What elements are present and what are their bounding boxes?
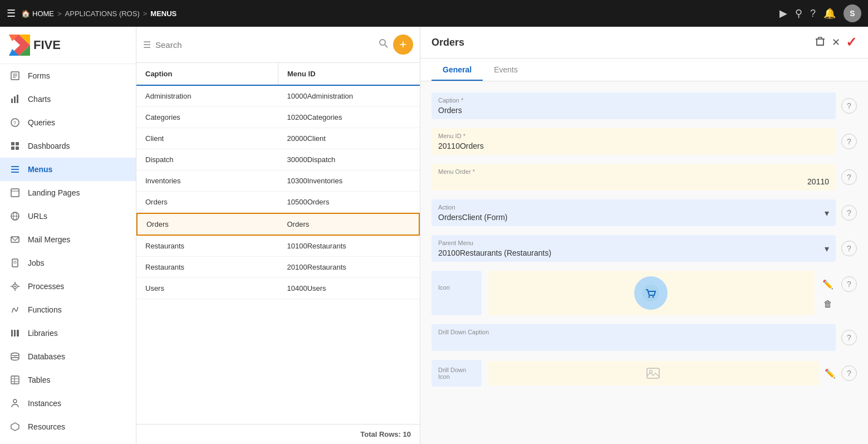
parent-menu-field-container: Parent Menu 20100Restaurants (Restaurant… bbox=[431, 235, 836, 262]
close-button[interactable]: ✕ bbox=[832, 36, 840, 48]
search-icon[interactable]: ⚲ bbox=[795, 7, 802, 19]
sidebar-label-landing-pages: Landing Pages bbox=[28, 188, 80, 197]
delete-button[interactable] bbox=[814, 35, 826, 50]
processes-icon bbox=[9, 280, 21, 292]
table-body: Administration 10000Administration Categ… bbox=[136, 86, 420, 424]
icon-edit-button[interactable]: ✏️ bbox=[820, 276, 836, 292]
row-caption: Orders bbox=[136, 192, 278, 212]
sidebar-item-documents[interactable]: Documents bbox=[0, 438, 136, 444]
menu-order-field-row: Menu Order * ? bbox=[431, 164, 857, 191]
menu-order-help-icon[interactable]: ? bbox=[841, 169, 857, 185]
sidebar-label-mail-merges: Mail Merges bbox=[28, 235, 70, 244]
sidebar-item-instances[interactable]: Instances bbox=[0, 392, 136, 415]
sidebar-item-landing-pages[interactable]: Landing Pages bbox=[0, 181, 136, 204]
action-help-icon[interactable]: ? bbox=[841, 205, 857, 221]
sidebar-item-charts[interactable]: Charts bbox=[0, 87, 136, 111]
sidebar-item-databases[interactable]: Databases bbox=[0, 345, 136, 368]
hamburger-icon[interactable]: ☰ bbox=[7, 7, 16, 19]
play-icon[interactable]: ▶ bbox=[779, 7, 787, 19]
icon-help-icon[interactable]: ? bbox=[841, 276, 857, 292]
sidebar-item-libraries[interactable]: Libraries bbox=[0, 321, 136, 345]
sidebar-label-functions: Functions bbox=[28, 305, 62, 314]
tab-events[interactable]: Events bbox=[483, 58, 529, 81]
sidebar-label-menus: Menus bbox=[28, 165, 52, 174]
sidebar-item-urls[interactable]: URLs bbox=[0, 204, 136, 228]
urls-icon bbox=[9, 210, 21, 222]
table-row-selected[interactable]: Orders Orders bbox=[136, 213, 420, 236]
sidebar-item-functions[interactable]: Functions bbox=[0, 298, 136, 321]
drill-down-icon-edit-button[interactable]: ✏️ bbox=[825, 368, 836, 379]
svg-point-42 bbox=[11, 358, 19, 360]
drill-down-caption-help-icon[interactable]: ? bbox=[841, 330, 857, 345]
drill-down-icon-field-row: Drill Down Icon ✏️ ? bbox=[431, 360, 857, 387]
svg-point-65 bbox=[650, 370, 653, 373]
table-row[interactable]: Dispatch 30000Dispatch bbox=[136, 149, 420, 170]
action-select[interactable]: OrdersClient (Form) bbox=[431, 199, 836, 226]
table-row[interactable]: Orders 10500Orders bbox=[136, 192, 420, 213]
drill-down-icon-help-icon[interactable]: ? bbox=[841, 365, 857, 381]
table-row[interactable]: Users 10400Users bbox=[136, 278, 420, 299]
table-row[interactable]: Restaurants 20100Restaurants bbox=[136, 257, 420, 278]
sidebar-item-menus[interactable]: Menus bbox=[0, 158, 136, 181]
notification-icon[interactable]: 🔔 bbox=[823, 7, 836, 19]
sidebar-label-dashboards: Dashboards bbox=[28, 142, 70, 150]
databases-icon bbox=[9, 350, 21, 363]
forms-icon bbox=[9, 70, 21, 82]
action-field-row: Action OrdersClient (Form) ▾ ? bbox=[431, 199, 857, 226]
resources-icon bbox=[9, 421, 21, 433]
avatar[interactable]: S bbox=[844, 4, 861, 22]
table-header: Caption Menu ID bbox=[136, 63, 420, 86]
drill-down-caption-input[interactable] bbox=[431, 324, 836, 351]
table-row[interactable]: Inventories 10300Inventories bbox=[136, 170, 420, 192]
parent-menu-field-row: Parent Menu 20100Restaurants (Restaurant… bbox=[431, 235, 857, 262]
save-button[interactable]: ✓ bbox=[846, 35, 857, 50]
icon-delete-button[interactable]: 🗑 bbox=[820, 296, 836, 312]
menu-id-help-icon[interactable]: ? bbox=[841, 134, 857, 149]
row-caption: Inventories bbox=[136, 170, 278, 191]
table-row[interactable]: Restaurants 10100Restaurants bbox=[136, 236, 420, 257]
caption-input[interactable] bbox=[431, 92, 836, 119]
table-row[interactable]: Client 20000Client bbox=[136, 128, 420, 149]
sidebar-label-queries: Queries bbox=[28, 118, 55, 127]
sidebar-label-jobs: Jobs bbox=[28, 258, 45, 267]
menu-order-input[interactable] bbox=[431, 164, 836, 191]
icon-actions: ✏️ 🗑 bbox=[820, 276, 836, 312]
add-button[interactable]: + bbox=[393, 35, 413, 55]
table-row[interactable]: Administration 10000Administration bbox=[136, 86, 420, 107]
svg-point-61 bbox=[643, 285, 659, 301]
row-menu-id: 10200Categories bbox=[278, 107, 420, 128]
sidebar-item-processes[interactable]: Processes bbox=[0, 275, 136, 298]
parent-menu-select[interactable]: 20100Restaurants (Restaurants) bbox=[431, 235, 836, 262]
drill-down-icon-preview[interactable] bbox=[487, 361, 819, 386]
charts-icon bbox=[9, 93, 21, 105]
sidebar-item-tables[interactable]: Tables bbox=[0, 368, 136, 392]
caption-help-icon[interactable]: ? bbox=[841, 98, 857, 114]
icon-preview[interactable] bbox=[487, 271, 815, 315]
sidebar-item-forms[interactable]: Forms bbox=[0, 64, 136, 87]
help-icon[interactable]: ? bbox=[810, 8, 816, 19]
home-icon[interactable]: 🏠 HOME bbox=[21, 9, 54, 18]
tab-general[interactable]: General bbox=[431, 58, 483, 81]
sidebar-item-resources[interactable]: Resources bbox=[0, 415, 136, 438]
sidebar-item-queries[interactable]: ? Queries bbox=[0, 111, 136, 134]
action-field-container: Action OrdersClient (Form) ▾ bbox=[431, 199, 836, 226]
svg-point-47 bbox=[13, 399, 17, 403]
parent-menu-help-icon[interactable]: ? bbox=[841, 241, 857, 256]
row-menu-id: 20000Client bbox=[278, 128, 420, 149]
sidebar-item-dashboards[interactable]: Dashboards bbox=[0, 134, 136, 158]
sidebar-label-charts: Charts bbox=[28, 95, 51, 104]
main-layout: FIVE Forms Charts ? Queries Dashboards bbox=[0, 27, 868, 444]
sidebar-item-mail-merges[interactable]: Mail Merges bbox=[0, 228, 136, 251]
sidebar-logo: FIVE bbox=[0, 27, 136, 64]
drill-down-caption-field-row: Drill Down Caption ? bbox=[431, 324, 857, 351]
menu-id-input[interactable] bbox=[431, 128, 836, 155]
filter-icon[interactable]: ☰ bbox=[143, 40, 151, 50]
sidebar-item-jobs[interactable]: Jobs bbox=[0, 251, 136, 275]
drill-down-caption-field-container: Drill Down Caption bbox=[431, 324, 836, 351]
svg-point-39 bbox=[11, 353, 19, 356]
breadcrumb-applications[interactable]: APPLICATIONS (ROS) bbox=[65, 9, 140, 18]
table-row[interactable]: Categories 10200Categories bbox=[136, 107, 420, 128]
row-caption: Orders bbox=[138, 214, 278, 235]
search-input[interactable] bbox=[155, 40, 374, 50]
row-caption: Restaurants bbox=[136, 236, 278, 256]
